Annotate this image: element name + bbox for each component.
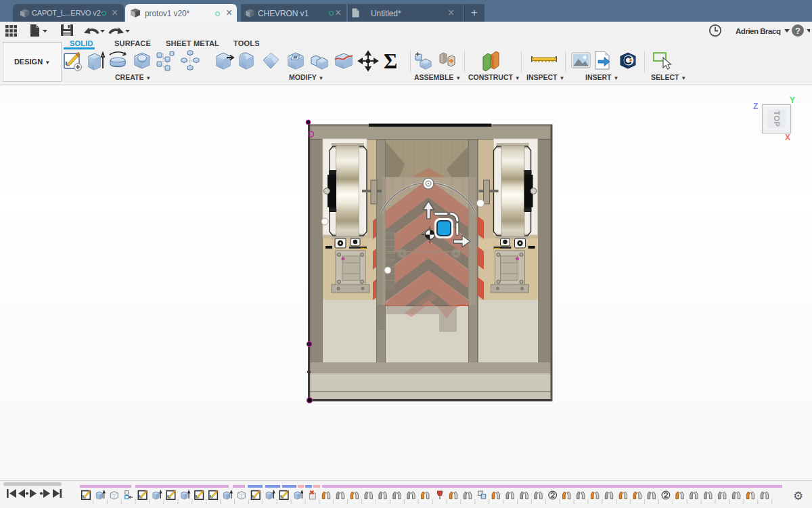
svg-text:Σ: Σ [384,49,397,73]
svg-text:?: ? [795,26,800,36]
svg-text:Adrien Bracq: Adrien Bracq [736,27,781,35]
svg-text:⚙: ⚙ [793,490,803,503]
